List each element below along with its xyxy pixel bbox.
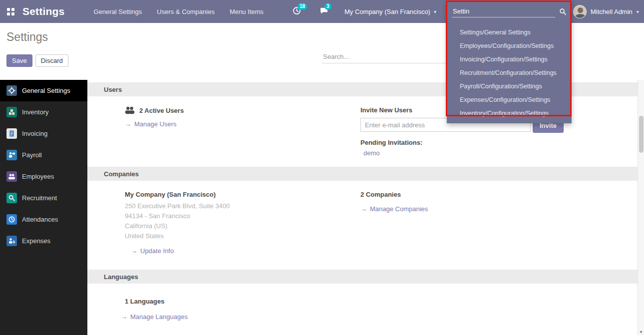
chevron-down-icon: ▾ [434, 9, 436, 14]
pending-invitations-label: Pending Invitations: [360, 139, 626, 146]
section-heading-companies: Companies [87, 167, 638, 181]
sidebar-item-label: Recruitment [22, 194, 57, 202]
manage-users-link[interactable]: → Manage Users [125, 120, 177, 128]
app-title: Settings [22, 5, 64, 17]
discard-button[interactable]: Discard [35, 54, 68, 67]
sidebar-item-label: Invoicing [22, 130, 47, 137]
active-users-count: 2 Active Users [139, 107, 184, 114]
invite-new-users-title: Invite New Users [360, 106, 412, 114]
recruitment-magnifier-icon [6, 193, 17, 203]
arrow-right-icon: → [360, 205, 367, 213]
sidebar-item-recruitment[interactable]: Recruitment [0, 187, 87, 209]
gear-icon [6, 85, 17, 96]
search-icon [559, 8, 567, 15]
company-switcher[interactable]: My Company (San Francisco) ▾ [344, 0, 436, 23]
vertical-scrollbar[interactable]: ▾ [638, 80, 644, 335]
suggestion-item[interactable]: Inventory/Configuration/Settings [447, 107, 572, 120]
user-name: Mitchell Admin [591, 8, 633, 15]
suggestion-item[interactable]: Invoicing/Configuration/Settings [447, 53, 572, 66]
save-button[interactable]: Save [6, 54, 32, 67]
arrow-right-icon: → [125, 120, 131, 128]
sidebar-item-general-settings[interactable]: General Settings [0, 80, 87, 101]
payroll-icon [6, 150, 17, 160]
sidebar-item-label: Attendances [22, 216, 58, 223]
sidebar-item-label: Inventory [22, 108, 48, 116]
scrollbar-thumb[interactable] [639, 116, 644, 153]
suggestion-item[interactable]: Employees/Configuration/Settings [447, 39, 572, 53]
invoice-document-icon [6, 128, 17, 139]
users-icon [125, 106, 135, 114]
menu-search-suggestions: Settings/General Settings Employees/Conf… [447, 23, 572, 120]
activity-badge: 18 [298, 3, 307, 10]
update-info-link[interactable]: → Update Info [131, 247, 174, 255]
activity-clock-icon[interactable]: 18 [293, 6, 301, 16]
suggestion-item[interactable]: Recruitment/Configuration/Settings [447, 66, 572, 80]
manage-companies-link[interactable]: → Manage Companies [360, 205, 428, 213]
expenses-icon: $ [6, 236, 17, 246]
sidebar-item-attendances[interactable]: Attendances [0, 209, 87, 230]
messages-badge: 3 [324, 3, 331, 10]
page-title: Settings [6, 30, 48, 44]
manage-languages-link[interactable]: → Manage Languages [121, 313, 188, 321]
sidebar-item-payroll[interactable]: Payroll [0, 144, 87, 166]
svg-text:$: $ [13, 240, 15, 244]
company-name: My Company (San Francisco) [344, 8, 430, 15]
apps-grid-icon[interactable] [7, 8, 14, 15]
menu-item-users-companies[interactable]: Users & Companies [157, 0, 215, 23]
company-name-title: My Company (San Francisco) [125, 191, 216, 198]
sidebar-item-employees[interactable]: Employees [0, 166, 87, 187]
arrow-right-icon: → [131, 247, 137, 255]
user-menu[interactable]: Mitchell Admin ▾ [573, 0, 639, 23]
suggestion-item[interactable]: Settings/General Settings [447, 26, 572, 39]
sidebar-item-label: General Settings [22, 87, 70, 94]
languages-count: 1 Languages [125, 298, 164, 305]
menu-search-input[interactable] [452, 5, 555, 17]
sidebar-item-invoicing[interactable]: Invoicing [0, 123, 87, 144]
section-heading-languages: Languages [87, 270, 638, 284]
scrollbar-down-arrow[interactable]: ▾ [638, 329, 644, 335]
attendances-clock-icon [6, 214, 17, 225]
inventory-boxes-icon [6, 107, 17, 117]
company-address: 250 Executive Park Blvd, Suite 3400 9413… [125, 201, 360, 241]
sidebar-item-inventory[interactable]: Inventory [0, 101, 87, 123]
settings-sidebar: General Settings Inventory Invoicing Pay… [0, 80, 87, 335]
menu-item-general-settings[interactable]: General Settings [93, 0, 142, 23]
suggestion-item[interactable]: Payroll/Configuration/Settings [447, 80, 572, 93]
companies-count: 2 Companies [360, 191, 401, 198]
sidebar-item-label: Employees [22, 173, 54, 180]
suggestion-item[interactable]: Expenses/Configuration/Settings [447, 93, 572, 107]
menu-search-dropdown: Settings/General Settings Employees/Conf… [447, 0, 572, 123]
sidebar-item-label: Expenses [22, 237, 50, 245]
sidebar-item-label: Payroll [22, 151, 42, 159]
sidebar-item-expenses[interactable]: $ Expenses [0, 230, 87, 252]
arrow-right-icon: → [121, 313, 127, 321]
menu-item-menu-items[interactable]: Menu Items [230, 0, 264, 23]
chevron-down-icon: ▾ [637, 9, 639, 14]
employees-people-icon [6, 171, 17, 182]
avatar [573, 5, 587, 18]
messages-icon[interactable]: 3 [320, 6, 328, 16]
pending-user-link[interactable]: demo [363, 149, 380, 157]
navbar-menu: General Settings Users & Companies Menu … [93, 0, 263, 23]
